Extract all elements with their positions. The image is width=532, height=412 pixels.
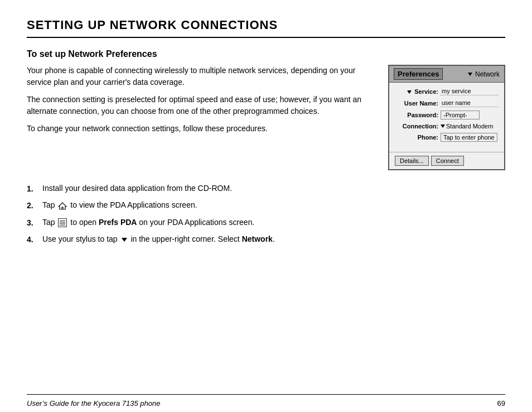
item-3-text: Tap to open Prefs PDA on your PDA Applic… — [42, 217, 505, 228]
item-4-number: 4. — [27, 233, 42, 246]
password-label: Password: — [395, 112, 438, 118]
phone-label: Phone: — [395, 134, 438, 141]
page-title: Setting Up Network Connections — [27, 18, 505, 38]
item-1-text: Install your desired data application fr… — [42, 183, 505, 194]
prefs-username-row: User Name: user name — [395, 99, 499, 107]
username-label: User Name: — [395, 100, 438, 107]
home-icon — [58, 202, 67, 210]
page: Setting Up Network Connections To set up… — [0, 0, 532, 412]
section-heading: To set up Network Preferences — [27, 49, 505, 59]
connection-value: Standard Modem — [441, 123, 493, 130]
connect-button[interactable]: Connect — [431, 156, 464, 166]
prefs-pda-label: Prefs PDA — [99, 218, 137, 227]
prefs-password-row: Password: -Prompt- — [395, 111, 499, 119]
numbered-item-1: 1. Install your desired data application… — [27, 183, 505, 195]
paragraph-2: The connection setting is preselected fo… — [27, 94, 377, 117]
password-value: -Prompt- — [441, 111, 480, 119]
paragraph-1: Your phone is capable of connecting wire… — [27, 65, 377, 88]
prefs-network-label: Network — [475, 70, 500, 78]
footer-bar: User’s Guide for the Kyocera 7135 phone … — [27, 394, 505, 412]
item-2-text: Tap to view the PDA Applications screen. — [42, 199, 505, 211]
prefs-header: Preferences Network — [389, 66, 504, 83]
prefs-icon — [58, 218, 67, 227]
prefs-header-network: Network — [468, 70, 500, 78]
network-dropdown-arrow — [468, 73, 472, 76]
item-3-number: 3. — [27, 217, 42, 229]
network-bold: Network — [242, 234, 273, 243]
connection-label: Connection: — [395, 123, 438, 130]
svg-marker-0 — [59, 203, 66, 209]
details-button[interactable]: Details... — [395, 156, 429, 166]
service-value: my service — [441, 87, 499, 95]
prefs-phone-row: Phone: Tap to enter phone — [395, 133, 499, 142]
footer-right: 69 — [497, 399, 505, 408]
phone-value: Tap to enter phone — [441, 133, 497, 142]
numbered-item-3: 3. Tap to open Prefs PDA on your PDA App… — [27, 217, 505, 229]
item-1-number: 1. — [27, 183, 42, 195]
numbered-item-2: 2. Tap to view the PDA Applications scre… — [27, 199, 505, 212]
prefs-service-row: Service: my service — [395, 87, 499, 95]
username-value: user name — [441, 99, 499, 107]
prefs-header-title: Preferences — [394, 68, 443, 80]
content-area: Your phone is capable of connecting wire… — [27, 65, 505, 170]
numbered-list: 1. Install your desired data application… — [27, 183, 505, 251]
triangle-down-icon — [122, 238, 127, 242]
item-2-number: 2. — [27, 199, 42, 212]
item-4-text: Use your stylus to tap in the upper-righ… — [42, 233, 505, 245]
prefs-connection-row: Connection: Standard Modem — [395, 123, 499, 130]
service-dropdown-arrow — [407, 90, 412, 94]
prefs-panel: Preferences Network Service: my service — [388, 65, 505, 170]
prefs-body: Service: my service User Name: user name… — [389, 83, 504, 150]
connection-dropdown-arrow — [441, 124, 445, 128]
numbered-item-4: 4. Use your stylus to tap in the upper-r… — [27, 233, 505, 246]
prefs-footer: Details... Connect — [389, 152, 504, 169]
footer-left: User’s Guide for the Kyocera 7135 phone — [27, 399, 160, 408]
paragraph-3: To change your network connection settin… — [27, 123, 377, 135]
service-label: Service: — [395, 88, 438, 95]
text-column: Your phone is capable of connecting wire… — [27, 65, 377, 170]
